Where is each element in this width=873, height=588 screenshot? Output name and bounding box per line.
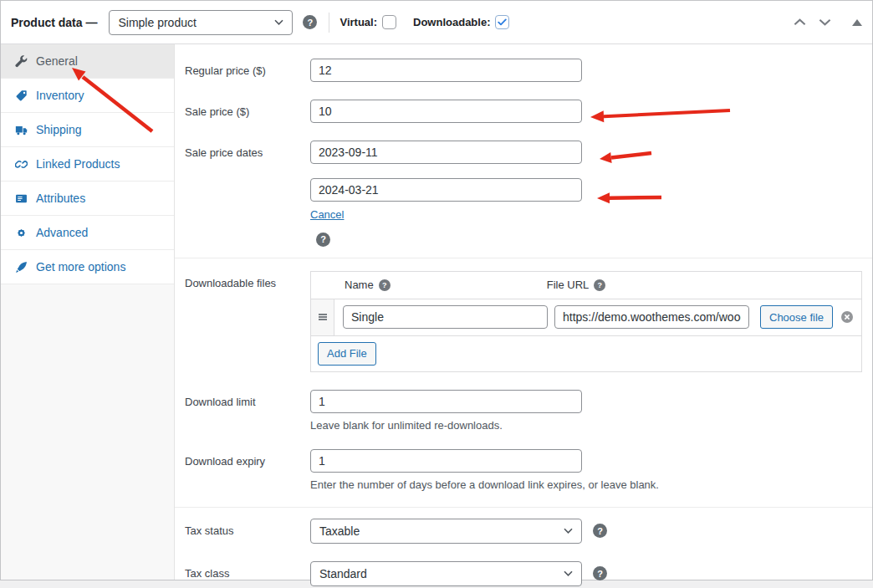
download-limit-row: Download limit Leave blank for unlimited… xyxy=(185,390,862,432)
downloadable-label: Downloadable: xyxy=(413,16,490,28)
header-actions xyxy=(792,17,862,28)
file-url-column-header: File URL xyxy=(547,279,590,291)
tab-label: Shipping xyxy=(36,123,82,136)
chevron-down-icon xyxy=(564,528,573,534)
tab-panel-general: Regular price ($) Sale price ($) Sale pr… xyxy=(175,44,872,580)
card-icon xyxy=(15,192,28,205)
drag-handle-icon xyxy=(317,311,329,323)
section-pricing: Regular price ($) Sale price ($) Sale pr… xyxy=(175,44,872,258)
download-limit-label: Download limit xyxy=(185,390,310,432)
panel-title: Product data — xyxy=(11,16,97,29)
name-help-icon[interactable]: ? xyxy=(379,279,391,291)
tab-label: General xyxy=(36,54,78,68)
tab-general[interactable]: General xyxy=(1,44,174,79)
downloadable-files-table: Name ? File URL ? xyxy=(310,271,862,372)
tab-label: Get more options xyxy=(36,260,125,274)
tab-linked-products[interactable]: Linked Products xyxy=(1,147,174,182)
tab-get-more-options[interactable]: Get more options xyxy=(1,250,174,284)
download-expiry-row: Download expiry Enter the number of days… xyxy=(185,449,862,491)
download-limit-helper: Leave blank for unlimited re-downloads. xyxy=(310,419,862,432)
virtual-checkbox[interactable] xyxy=(382,15,396,29)
tax-status-help-icon[interactable]: ? xyxy=(593,524,607,538)
move-up-icon[interactable] xyxy=(792,17,808,28)
tab-label: Linked Products xyxy=(36,157,120,171)
sale-date-from-input[interactable] xyxy=(310,141,582,164)
tag-icon xyxy=(15,89,28,102)
divider xyxy=(329,13,329,33)
sale-price-dates-row: Sale price dates Cancel ? xyxy=(185,141,862,247)
download-expiry-input[interactable] xyxy=(310,449,582,473)
name-column-header: Name xyxy=(345,279,374,291)
tax-class-value: Standard xyxy=(319,567,367,580)
downloadable-file-row: Choose file xyxy=(311,299,861,335)
tab-shipping[interactable]: Shipping xyxy=(1,113,174,147)
panel-header: Product data — Simple product ? Virtual:… xyxy=(1,1,872,44)
product-data-tabs: General Inventory Shipping xyxy=(1,44,175,580)
regular-price-row: Regular price ($) xyxy=(185,59,862,82)
downloadable-files-label: Downloadable files xyxy=(185,271,310,372)
tab-inventory[interactable]: Inventory xyxy=(1,79,174,113)
product-data-panel: Product data — Simple product ? Virtual:… xyxy=(0,0,873,580)
section-downloads: Downloadable files Name ? File URL xyxy=(175,258,872,507)
tab-attributes[interactable]: Attributes xyxy=(1,182,174,216)
sale-dates-help-icon[interactable]: ? xyxy=(316,233,330,247)
wrench-icon xyxy=(15,55,28,68)
downloadable-files-footer: Add File xyxy=(311,335,861,371)
download-limit-input[interactable] xyxy=(310,390,582,413)
chevron-down-icon xyxy=(274,19,283,25)
sale-date-to-input[interactable] xyxy=(310,178,582,202)
panel-body: General Inventory Shipping xyxy=(1,44,872,580)
sale-price-input[interactable] xyxy=(310,100,582,123)
toggle-panel-icon[interactable] xyxy=(852,19,862,26)
download-expiry-label: Download expiry xyxy=(185,449,310,491)
product-type-help-icon[interactable]: ? xyxy=(303,15,317,29)
sale-price-row: Sale price ($) xyxy=(185,100,862,123)
tax-status-label: Tax status xyxy=(185,519,310,544)
file-url-input[interactable] xyxy=(554,305,749,329)
downloadable-checkbox[interactable] xyxy=(495,15,509,29)
product-type-select[interactable]: Simple product xyxy=(109,10,293,35)
tax-class-row: Tax class Standard ? xyxy=(185,561,862,586)
tax-status-value: Taxable xyxy=(319,524,360,538)
page: Product data — Simple product ? Virtual:… xyxy=(0,0,873,588)
download-expiry-helper: Enter the number of days before a downlo… xyxy=(310,478,862,491)
tax-status-select[interactable]: Taxable xyxy=(310,519,582,544)
tab-advanced[interactable]: Advanced xyxy=(1,216,174,250)
tax-class-select[interactable]: Standard xyxy=(310,561,582,586)
file-url-help-icon[interactable]: ? xyxy=(594,279,605,291)
virtual-label: Virtual: xyxy=(340,16,377,28)
link-icon xyxy=(15,158,28,171)
regular-price-input[interactable] xyxy=(310,59,582,82)
product-type-value: Simple product xyxy=(118,16,196,29)
tab-label: Advanced xyxy=(36,226,88,239)
move-down-icon[interactable] xyxy=(817,17,833,28)
downloadable-files-row: Downloadable files Name ? File URL xyxy=(185,271,862,372)
tax-status-row: Tax status Taxable ? xyxy=(185,519,862,544)
check-icon xyxy=(498,18,507,26)
tab-label: Inventory xyxy=(36,89,84,102)
pen-icon xyxy=(15,261,28,274)
chevron-down-icon xyxy=(564,570,573,576)
remove-file-icon[interactable] xyxy=(840,310,854,324)
choose-file-button[interactable]: Choose file xyxy=(760,305,833,329)
truck-icon xyxy=(15,124,28,136)
tax-class-help-icon[interactable]: ? xyxy=(593,566,607,580)
sale-price-dates-label: Sale price dates xyxy=(185,141,310,247)
sale-price-label: Sale price ($) xyxy=(185,100,310,123)
add-file-button[interactable]: Add File xyxy=(318,342,376,366)
cancel-sale-link[interactable]: Cancel xyxy=(310,208,344,221)
gear-icon xyxy=(15,227,28,239)
section-tax: Tax status Taxable ? Tax class xyxy=(175,507,872,588)
drag-handle[interactable] xyxy=(311,299,334,335)
tax-class-label: Tax class xyxy=(185,561,310,586)
regular-price-label: Regular price ($) xyxy=(185,59,310,82)
downloadable-files-header: Name ? File URL ? xyxy=(311,272,861,299)
tab-label: Attributes xyxy=(36,192,85,205)
file-name-input[interactable] xyxy=(343,305,548,329)
